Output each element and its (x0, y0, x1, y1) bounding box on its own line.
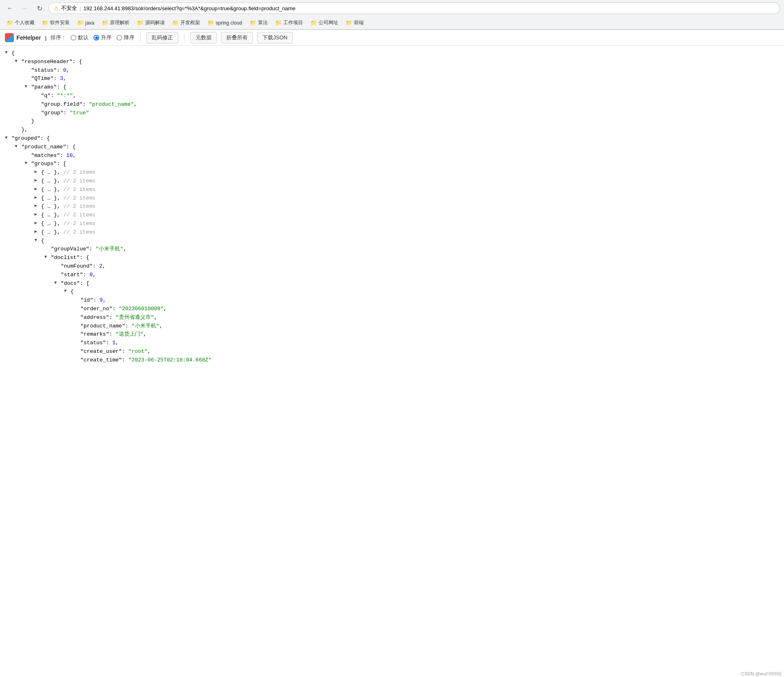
collapse-icon[interactable]: ▶ (34, 202, 41, 210)
json-number-value: 2 (99, 262, 103, 271)
json-comment: // 2 items (60, 202, 96, 211)
encode-button[interactable]: 乱码修正 (146, 32, 178, 43)
json-line: ▶{ … }, // 2 items (5, 168, 779, 177)
json-number-value: 1 (112, 339, 116, 348)
json-comment: // 2 items (60, 228, 96, 237)
collapse-icon[interactable]: ▶ (34, 186, 41, 193)
json-string-value: "贵州省遵义市" (116, 314, 154, 322)
bookmark-item[interactable]: 📁原理解析 (98, 18, 133, 27)
collapse-icon[interactable]: ▶ (34, 177, 41, 184)
collapse-icon[interactable]: ▼ (64, 288, 71, 295)
collapse-icon[interactable]: ▼ (25, 83, 31, 91)
collapse-icon[interactable]: ▼ (34, 237, 41, 244)
json-line: ▶{ … }, // 2 items (5, 228, 779, 237)
json-string-value: "202306010009" (119, 305, 164, 314)
bookmark-item[interactable]: 📁工作项目 (272, 18, 306, 27)
security-label: 不安全 (61, 5, 77, 12)
json-key: "doclist": { (51, 254, 89, 262)
json-number-value: 0 (89, 271, 93, 279)
json-line: ▶{ … }, // 2 items (5, 202, 779, 211)
json-string-value: "2023-06-25T02:18:04.668Z" (128, 356, 212, 365)
json-comment: // 2 items (60, 194, 96, 203)
json-key: "status": (31, 66, 63, 75)
sort-asc-radio[interactable] (93, 35, 99, 41)
collapse-icon[interactable]: ▶ (34, 228, 41, 236)
fold-button[interactable]: 折叠所有 (221, 32, 253, 43)
url-text: 192.168.244.41:8983/solr/orders/select?q… (83, 5, 775, 11)
bookmarks-bar: 📁个人收藏📁软件安装📁java📁原理解析📁源码解读📁开发框架📁spring cl… (0, 16, 784, 30)
json-number-value: 9 (100, 296, 103, 305)
sort-desc-radio[interactable] (116, 35, 122, 41)
collapse-icon[interactable]: ▼ (44, 254, 51, 261)
json-key: { … }, (41, 228, 60, 237)
json-key: }, (21, 126, 28, 134)
json-line: ▼"grouped": { (5, 134, 779, 143)
folder-icon: 📁 (42, 20, 48, 26)
collapse-icon[interactable]: ▶ (34, 194, 41, 202)
json-line: ▼"docs": [ (5, 279, 779, 288)
sort-desc[interactable]: 降序 (116, 34, 134, 41)
back-button[interactable]: ← (4, 2, 16, 14)
json-line: "product_name": "小米手机", (5, 322, 779, 331)
forward-button[interactable]: → (19, 2, 30, 14)
json-comment: // 2 items (60, 211, 96, 220)
json-key: "responseHeader": { (21, 58, 82, 66)
json-suffix: , (103, 296, 106, 305)
json-key: { (71, 288, 74, 296)
json-key: "group.field": (41, 100, 89, 109)
sort-default-radio[interactable] (71, 35, 76, 41)
bookmark-item[interactable]: 📁前端 (342, 18, 367, 27)
collapse-icon[interactable]: ▼ (25, 160, 31, 167)
bookmark-item[interactable]: 📁源码解读 (134, 18, 168, 27)
sort-asc[interactable]: 升序 (93, 34, 112, 41)
bookmark-item[interactable]: 📁算法 (246, 18, 271, 27)
json-string-value: "小米手机" (132, 322, 160, 331)
bookmark-item[interactable]: 📁公司网址 (307, 18, 342, 27)
json-line: "numFound": 2, (5, 262, 779, 271)
fehelper-logo-icon (5, 33, 14, 42)
collapse-icon[interactable]: ▶ (34, 168, 41, 176)
address-bar[interactable]: ⚠ 不安全 | 192.168.244.41:8983/solr/orders/… (48, 2, 780, 14)
collapse-icon[interactable]: ▼ (5, 134, 11, 142)
json-key: "group": (41, 109, 70, 118)
collapse-icon[interactable]: ▼ (54, 279, 61, 287)
toolbar-divider-2 (184, 33, 185, 43)
json-string-value: "*:*" (57, 92, 73, 100)
bookmark-item[interactable]: 📁spring cloud (204, 18, 246, 27)
json-suffix: , (134, 100, 137, 109)
json-number-value: 3 (60, 75, 63, 83)
bookmark-item[interactable]: 📁java (74, 18, 98, 27)
json-key: "numFound": (61, 262, 99, 271)
bookmark-item[interactable]: 📁软件安装 (39, 18, 73, 27)
json-key: "QTime": (31, 75, 60, 83)
json-key: "groupValue": (51, 245, 96, 254)
reload-button[interactable]: ↻ (34, 2, 45, 14)
nav-bar: ← → ↻ ⚠ 不安全 | 192.168.244.41:8983/solr/o… (0, 0, 784, 16)
json-line: }, (5, 126, 779, 134)
json-line: "QTime": 3, (5, 75, 779, 83)
meta-button[interactable]: 元数据 (190, 32, 217, 43)
collapse-icon[interactable]: ▼ (15, 58, 21, 65)
download-button[interactable]: 下载JSON (257, 32, 293, 43)
folder-icon: 📁 (137, 20, 144, 26)
json-suffix: , (73, 92, 76, 100)
sort-default[interactable]: 默认 (71, 34, 89, 41)
collapse-icon[interactable]: ▶ (34, 220, 41, 227)
json-line: "create_user": "root", (5, 348, 779, 356)
toolbar-divider (140, 33, 141, 43)
json-key: "docs": [ (61, 279, 89, 288)
json-line: ▼"doclist": { (5, 254, 779, 262)
json-suffix: , (159, 322, 162, 331)
json-line: "group.field": "product_name", (5, 100, 779, 109)
collapse-icon[interactable]: ▶ (34, 211, 41, 218)
fehelper-logo: FeHelper (5, 33, 41, 42)
json-line: "create_time": "2023-06-25T02:18:04.668Z… (5, 356, 779, 365)
collapse-icon[interactable]: ▼ (5, 49, 11, 57)
bookmark-item[interactable]: 📁开发框架 (169, 18, 203, 27)
json-line: ▶{ … }, // 2 items (5, 220, 779, 228)
json-key: { (41, 237, 44, 245)
json-line: "order_no": "202306010009", (5, 305, 779, 314)
collapse-icon[interactable]: ▼ (15, 143, 21, 150)
bookmark-item[interactable]: 📁个人收藏 (3, 18, 38, 27)
json-string-value: "送货上门" (116, 330, 144, 339)
